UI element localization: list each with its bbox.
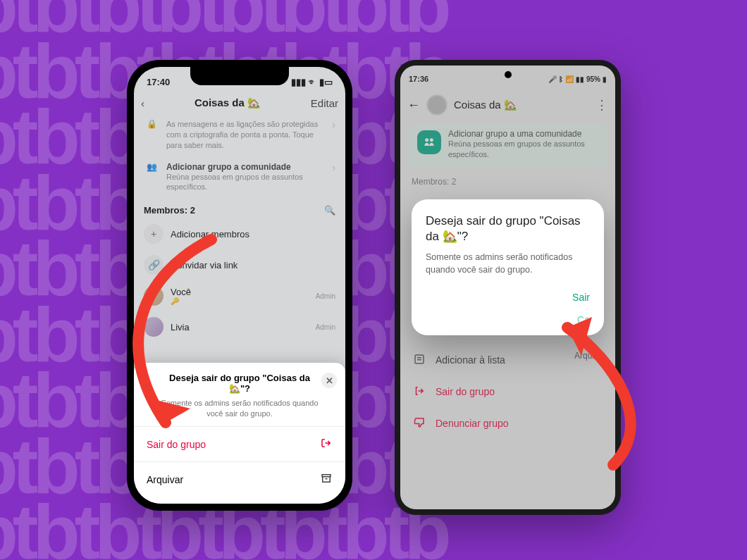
sheet-title: Deseja sair do grupo "Coisas da 🏡"? ✕ — [134, 368, 345, 395]
archive-icon — [320, 472, 333, 487]
svg-rect-0 — [322, 475, 331, 477]
sheet-body: Somente os admins serão notificados quan… — [134, 395, 345, 426]
android-frame: 17:36 🎤 ᛒ 📶 ▮▮ 95% ▮ ← Coisas da 🏡 ⋮ — [395, 60, 621, 515]
archive-button[interactable]: Arquivar — [134, 461, 345, 497]
close-button[interactable]: ✕ — [321, 373, 337, 388]
leave-group-sheet: Deseja sair do grupo "Coisas da 🏡"? ✕ So… — [134, 363, 345, 504]
leave-group-dialog: Deseja sair do grupo "Coisas da 🏡"? Some… — [412, 199, 604, 335]
dialog-confirm-button[interactable]: Sair — [572, 292, 590, 303]
dialog-title: Deseja sair do grupo "Coisas da 🏡"? — [426, 213, 590, 244]
android-camera-punch — [505, 71, 512, 78]
iphone-frame: 17:40 ▮▮▮ ᯤ ▮▭ ‹ Coisas da 🏡 Editar 🔒 A — [127, 60, 352, 511]
dialog-cancel-button-partial[interactable]: Ca — [577, 314, 590, 325]
leave-icon — [320, 437, 333, 452]
background-pattern: tbtbtbtbtbtbtbtb tbtbtbtbtbtbtbtb tbtbtb… — [0, 0, 747, 560]
dialog-body: Somente os admins serão notificados quan… — [426, 244, 590, 292]
iphone-notch — [190, 67, 289, 85]
leave-group-button[interactable]: Sair do grupo — [134, 426, 345, 461]
